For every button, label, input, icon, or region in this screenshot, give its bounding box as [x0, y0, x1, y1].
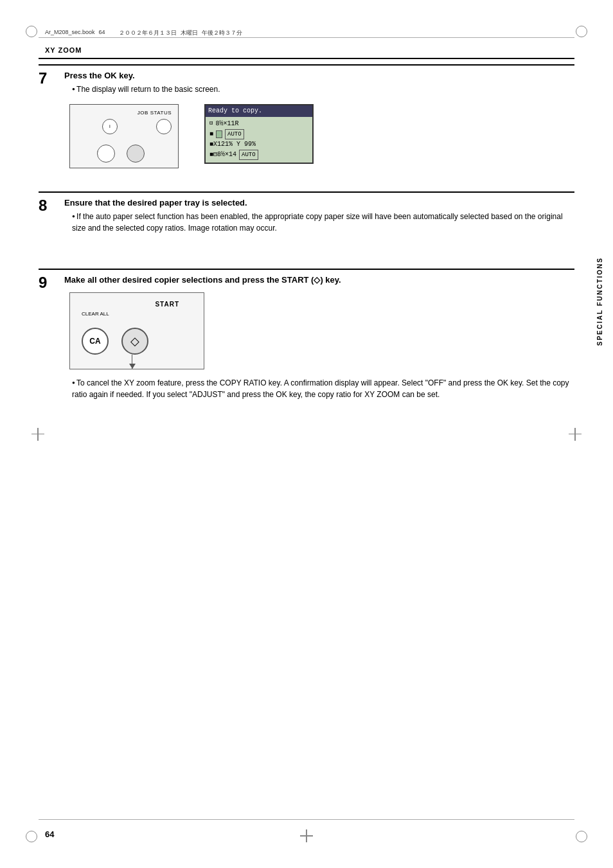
- info-button: i: [102, 119, 118, 134]
- step7-content: Press the OK key. The display will retur…: [64, 71, 574, 173]
- start-pointer-arrow: [129, 364, 136, 369]
- step8-heading: Ensure that the desired paper tray is se…: [64, 198, 574, 208]
- corner-mark-tr: [576, 26, 587, 37]
- step9-block: 9 Make all other desired copier selectio…: [39, 269, 574, 400]
- corner-mark-br: [576, 831, 587, 842]
- metadata-date: ２００２年６月１３日: [119, 29, 177, 37]
- step9-bullet1: To cancel the XY zoom feature, press the…: [72, 377, 574, 400]
- lcd-auto-row: ■ AUTO: [209, 129, 308, 139]
- step9-content: Make all other desired copier selections…: [64, 275, 574, 400]
- sidebar-label: SPECIAL FUNCTIONS: [596, 257, 603, 346]
- lcd-paper2-row: ■⊟8½×14 AUTO: [209, 150, 308, 160]
- step8-content: Ensure that the desired paper tray is se…: [64, 198, 574, 234]
- corner-mark-bl: [26, 831, 37, 842]
- step8-number: 8: [39, 198, 59, 234]
- job-status-label: JOB STATUS: [138, 110, 172, 116]
- step9-number: 9: [39, 275, 59, 400]
- ok-button: [127, 145, 145, 163]
- header-thin-line: [39, 37, 574, 38]
- step9-panel: START CLEAR ALL CA ◇: [69, 292, 204, 369]
- section-title-rule: [39, 58, 574, 59]
- step7-block: 7 Press the OK key. The display will ret…: [39, 64, 574, 173]
- step9-top-rule: [39, 269, 574, 270]
- bottom-crosshair: [300, 829, 313, 842]
- lcd-ready-row: Ready to copy.: [206, 105, 312, 117]
- ca-button: CA: [82, 328, 109, 355]
- corner-mark-tl: [26, 26, 37, 37]
- start-button: ◇: [121, 328, 148, 355]
- metadata-page: 64: [99, 29, 105, 37]
- job-status-button: [156, 119, 172, 134]
- metadata-spacer: [109, 29, 115, 37]
- metadata-time: 午後２時３７分: [202, 29, 242, 37]
- step7-bullet1: The display will return to the basic scr…: [72, 84, 574, 95]
- step7-control-panel: JOB STATUS i BACK OK: [69, 104, 179, 168]
- left-crosshair: [31, 428, 44, 441]
- step7-heading: Press the OK key.: [64, 71, 574, 80]
- step7-number: 7: [39, 71, 59, 173]
- step7-lcd-screen: Ready to copy. ⊟ 8½×11R ■ AUTO ■X121% Y …: [204, 104, 314, 164]
- step7-top-rule: [39, 64, 574, 66]
- lcd-paper-row: ⊟ 8½×11R: [209, 119, 308, 129]
- start-label: START: [155, 301, 179, 308]
- section-title: XY ZOOM: [45, 45, 82, 55]
- step7-row: 7 Press the OK key. The display will ret…: [39, 71, 574, 173]
- step8-row: 8 Ensure that the desired paper tray is …: [39, 198, 574, 234]
- metadata-line: Ar_M208_sec.book 64 ２００２年６月１３日 木曜日 午後２時３…: [45, 29, 568, 37]
- back-button: [97, 145, 115, 163]
- step9-row: 9 Make all other desired copier selectio…: [39, 275, 574, 400]
- metadata-file: Ar_M208_sec.book: [45, 29, 95, 37]
- step8-block: 8 Ensure that the desired paper tray is …: [39, 191, 574, 234]
- metadata-day: 木曜日: [181, 29, 198, 37]
- page-number: 64: [45, 829, 54, 839]
- step8-top-rule: [39, 191, 574, 193]
- step9-heading: Make all other desired copier selections…: [64, 275, 574, 285]
- step8-bullet1: If the auto paper select function has be…: [72, 211, 574, 234]
- right-crosshair: [569, 428, 582, 441]
- lcd-zoom-row: ■X121% Y 99%: [209, 139, 308, 150]
- clearall-label: CLEAR ALL: [82, 311, 109, 317]
- bottom-rule: [39, 819, 574, 820]
- step7-illustrations: JOB STATUS i BACK OK: [69, 104, 574, 168]
